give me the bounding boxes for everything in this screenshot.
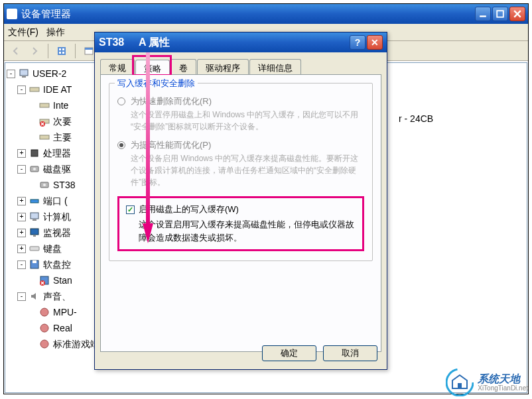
svg-point-36 xyxy=(446,369,473,396)
annotation-highlight-checkbox: ✓ 启用磁盘上的写入缓存(W) 这个设置启用写入缓存来提高磁盘性能，但停电或仪器… xyxy=(117,196,364,251)
tab-driver[interactable]: 驱动程序 xyxy=(197,59,249,74)
svg-point-33 xyxy=(40,340,48,348)
main-title: 设备管理器 xyxy=(21,8,475,21)
svg-rect-21 xyxy=(31,200,38,203)
svg-rect-24 xyxy=(31,229,38,235)
svg-rect-5 xyxy=(59,52,61,54)
radio-quick-removal-label: 为快速删除而优化(R) xyxy=(131,95,212,107)
tree-item[interactable]: MPU- xyxy=(53,304,77,320)
svg-rect-6 xyxy=(62,52,64,54)
tab-general[interactable]: 常规 xyxy=(100,59,135,74)
tree-item[interactable]: 主要 xyxy=(53,129,72,145)
svg-rect-22 xyxy=(31,213,38,219)
tree-item[interactable]: 监视器 xyxy=(43,225,71,241)
dialog-titlebar[interactable]: ST38 A 属性 ? ✕ xyxy=(95,32,387,52)
monitor-icon xyxy=(29,227,40,238)
controller-icon xyxy=(38,132,50,142)
tree-item[interactable]: IDE AT xyxy=(43,82,72,97)
tree-toggle[interactable]: + xyxy=(17,213,26,221)
svg-rect-0 xyxy=(480,15,486,17)
tree-toggle[interactable]: - xyxy=(17,260,26,269)
tab-volumes[interactable]: 卷 xyxy=(170,59,196,74)
audio-device-icon xyxy=(38,323,50,333)
tree-item[interactable]: 处理器 xyxy=(43,145,71,161)
tab-details[interactable]: 详细信息 xyxy=(249,59,301,74)
dialog-title: ST38 A 属性 xyxy=(99,36,348,50)
tree-toggle[interactable]: + xyxy=(17,149,26,158)
menu-file[interactable]: 文件(F) xyxy=(8,27,38,38)
maximize-button[interactable] xyxy=(492,7,508,21)
ok-button[interactable]: 确定 xyxy=(262,345,316,361)
tree-item[interactable]: 磁盘驱 xyxy=(43,161,71,177)
forward-button[interactable] xyxy=(27,43,42,59)
dialog-title-suffix: A 属性 xyxy=(139,36,170,48)
audio-device-icon xyxy=(38,339,50,349)
svg-rect-15 xyxy=(40,135,49,139)
svg-rect-25 xyxy=(33,235,36,237)
floppy-error-icon xyxy=(38,275,50,286)
checkbox-write-cache[interactable]: ✓ xyxy=(126,205,135,214)
controller-icon xyxy=(29,84,40,95)
svg-rect-11 xyxy=(30,87,39,91)
back-button[interactable] xyxy=(8,43,24,59)
radio-quick-removal[interactable] xyxy=(117,97,125,105)
tree-toggle[interactable]: - xyxy=(17,86,26,94)
tree-item[interactable]: Inte xyxy=(53,97,68,113)
tree-toggle[interactable]: - xyxy=(7,70,15,78)
disk-icon xyxy=(38,180,50,190)
tree-toggle[interactable]: - xyxy=(17,292,26,301)
tree-item[interactable]: ST38 xyxy=(53,177,75,193)
dialog-button-row: 确定 取消 xyxy=(262,345,377,361)
dialog-close-button[interactable]: ✕ xyxy=(367,35,383,50)
tree-item[interactable]: 计算机 xyxy=(43,209,71,225)
keyboard-icon xyxy=(29,243,40,254)
tree-toggle[interactable]: + xyxy=(17,197,26,205)
svg-rect-16 xyxy=(31,150,38,156)
group-title: 写入缓存和安全删除 xyxy=(115,78,198,89)
minimize-button[interactable] xyxy=(475,7,491,21)
views-button[interactable] xyxy=(54,43,70,59)
tree-item[interactable]: Real xyxy=(53,320,72,336)
radio-performance[interactable] xyxy=(117,141,125,149)
tree-item[interactable]: Stan xyxy=(53,272,72,288)
controller-icon xyxy=(38,100,50,111)
svg-point-20 xyxy=(43,184,46,186)
svg-point-31 xyxy=(40,308,48,316)
menu-action[interactable]: 操作 xyxy=(46,27,65,38)
tree-toggle[interactable]: - xyxy=(17,165,26,174)
radio-performance-desc: 这个设备启用 Windows 中的写入缓存来提高磁盘性能。要断开这个设备跟计算机… xyxy=(131,152,364,188)
audio-device-icon xyxy=(38,307,50,317)
svg-rect-28 xyxy=(33,260,36,263)
tree-item[interactable]: 端口 ( xyxy=(43,193,68,209)
computer-icon xyxy=(29,211,40,222)
cancel-button[interactable]: 取消 xyxy=(323,345,377,361)
watermark-url: XiTongTianDi.net xyxy=(478,384,528,392)
main-titlebar[interactable]: 设备管理器 xyxy=(4,4,528,24)
tab-policy[interactable]: 策略 xyxy=(135,60,170,75)
tree-item[interactable]: 键盘 xyxy=(43,241,62,256)
svg-rect-1 xyxy=(497,11,503,17)
tree-item[interactable]: 软盘控 xyxy=(43,256,71,272)
close-button[interactable] xyxy=(509,7,525,21)
svg-point-18 xyxy=(33,168,36,170)
tree-root[interactable]: USER-2 xyxy=(33,66,66,82)
policy-panel: 写入缓存和安全删除 为快速删除而优化(R) 这个设置停用磁盘上和 Windows… xyxy=(100,75,381,352)
truncated-device-text: r - 24CB xyxy=(399,113,433,124)
app-icon xyxy=(7,9,17,19)
dialog-title-prefix: ST38 xyxy=(99,36,124,48)
tree-toggle[interactable]: + xyxy=(17,245,26,253)
write-cache-group: 写入缓存和安全删除 为快速删除而优化(R) 这个设置停用磁盘上和 Windows… xyxy=(109,83,373,261)
help-button[interactable]: ? xyxy=(350,35,366,50)
floppy-icon xyxy=(29,259,40,270)
properties-dialog: ST38 A 属性 ? ✕ 常规 策略 卷 驱动程序 详细信息 写入缓存和安全删… xyxy=(94,32,387,370)
tree-item[interactable]: 次要 xyxy=(53,113,72,129)
svg-rect-12 xyxy=(40,103,49,107)
tree-toggle[interactable]: + xyxy=(17,229,26,237)
svg-rect-23 xyxy=(33,219,36,221)
tree-item[interactable]: 声音、 xyxy=(43,288,71,304)
watermark: 系统天地 XiTongTianDi.net xyxy=(446,369,528,396)
cpu-icon xyxy=(29,148,40,158)
checkbox-write-cache-label: 启用磁盘上的写入缓存(W) xyxy=(139,203,239,215)
watermark-logo-icon xyxy=(446,369,474,396)
tab-strip: 常规 策略 卷 驱动程序 详细信息 xyxy=(100,59,381,75)
